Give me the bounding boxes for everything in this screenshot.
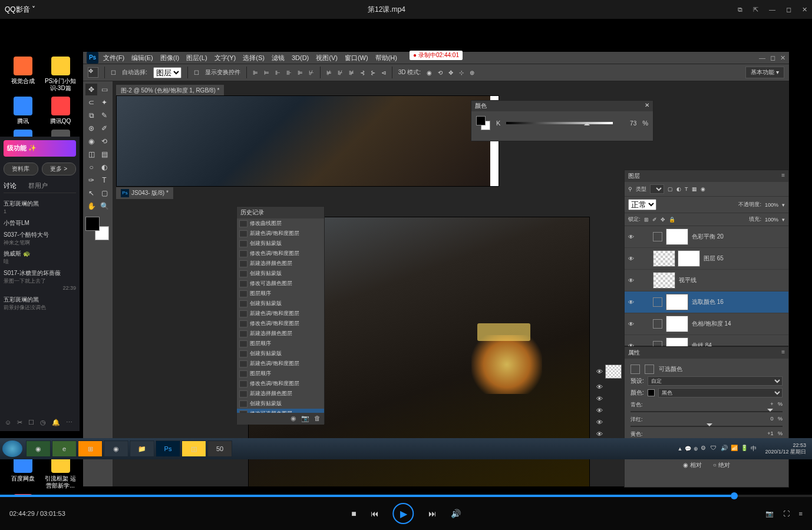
visibility-icon[interactable]: 👁 [596, 419, 603, 426]
distribute-icon[interactable]: ⊯ [349, 69, 354, 76]
ps-close-icon[interactable]: ✕ [780, 54, 785, 62]
k-slider[interactable] [506, 122, 613, 124]
taskbar-clock[interactable]: 22:53 2020/1/12 星期日 [761, 442, 810, 455]
history-item[interactable]: 新建选择颜色图层 [237, 259, 324, 269]
distribute-icon[interactable]: ⊰ [360, 69, 365, 76]
desktop-icon[interactable]: 视觉合成 [6, 57, 39, 85]
filter-icon[interactable]: T [685, 186, 688, 192]
canvas-image-1[interactable] [116, 95, 499, 187]
menu-filter[interactable]: 滤镜 [272, 54, 285, 62]
ps-minimize-icon[interactable]: — [759, 54, 765, 62]
blur-tool[interactable]: ○ [85, 161, 97, 173]
auto-select-dropdown[interactable]: 图层 [153, 67, 181, 78]
visibility-icon[interactable]: 👁 [628, 234, 636, 240]
menu-window[interactable]: 窗口(W) [345, 54, 368, 62]
hand-tool[interactable]: ✋ [85, 200, 97, 212]
properties-panel-menu-icon[interactable]: ≡ [781, 349, 785, 357]
visibility-icon[interactable]: 👁 [628, 299, 636, 306]
tab-members[interactable]: 群用户 [28, 181, 48, 190]
history-item[interactable]: 新建选择颜色图层 [237, 389, 324, 399]
align-icon[interactable]: ⊩ [275, 69, 280, 76]
desktop-icon[interactable]: 引流框架 运营部新学... [44, 454, 77, 489]
history-item[interactable]: 修改色调/饱和度图层 [237, 319, 324, 329]
absolute-radio[interactable]: ○ 绝对 [713, 462, 730, 468]
chat-item[interactable]: S037-个酷特大号神来之笔啊 [4, 229, 76, 249]
menu-view[interactable]: 视图(V) [316, 54, 338, 62]
document-tab-2[interactable]: PsJS043- 版/8) * [116, 187, 173, 199]
tray-icon[interactable]: 🔋 [741, 445, 749, 453]
minimize-icon[interactable]: — [769, 6, 775, 14]
layers-panel-menu-icon[interactable]: ≡ [781, 172, 785, 180]
workspace-dropdown[interactable]: 基本功能 ▾ [745, 67, 784, 78]
color-panel-close-icon[interactable]: ✕ [645, 102, 649, 110]
align-icon[interactable]: ⊫ [253, 69, 258, 76]
fullscreen-button[interactable]: ⛶ [783, 510, 790, 518]
volume-button[interactable]: 🔊 [451, 509, 461, 518]
menu-layer[interactable]: 图层(L) [186, 54, 207, 62]
opacity-value[interactable]: 100% [765, 202, 778, 208]
next-button[interactable]: ⏭ [428, 509, 437, 518]
color-dropdown[interactable]: 黑色 [658, 388, 783, 398]
move-tool-icon[interactable]: ✥ [88, 67, 98, 78]
show-transform-label[interactable]: 显示变换控件 [205, 68, 240, 77]
menu-edit[interactable]: 编辑(E) [131, 54, 153, 62]
visibility-icon[interactable]: 👁 [628, 321, 636, 327]
distribute-icon[interactable]: ⊮ [338, 69, 343, 76]
history-item[interactable]: 新建色调/饱和度图层 [237, 228, 324, 238]
clock-icon[interactable]: ◷ [40, 419, 46, 426]
taskbar-app[interactable]: 50 [207, 440, 232, 457]
history-item[interactable]: 修改色调/饱和度图层 [237, 249, 324, 259]
history-item[interactable]: 新建色调/饱和度图层 [237, 309, 324, 319]
library-button[interactable]: 资料库 [4, 163, 38, 175]
visibility-icon[interactable]: 👁 [596, 368, 603, 375]
pen-tool[interactable]: ✑ [85, 174, 97, 186]
chat-item[interactable]: 五彩斑斓的黑前景好像还没调色 [4, 294, 76, 313]
tray-icon[interactable]: ⚙ [701, 445, 709, 453]
tray-icon[interactable]: 🛡 [711, 445, 719, 453]
pip-icon[interactable]: ⧉ [738, 6, 742, 14]
taskbar-app[interactable]: ⊞ [78, 440, 103, 457]
visibility-icon[interactable]: 👁 [628, 256, 636, 262]
more-button[interactable]: 更多 > [42, 163, 77, 175]
history-item[interactable]: 创建剪贴蒙版 [237, 269, 324, 279]
visibility-icon[interactable]: 👁 [596, 430, 603, 438]
menu-file[interactable]: 文件(F) [103, 54, 124, 62]
history-list[interactable]: 修改曲线图层新建色调/饱和度图层创建剪贴蒙版修改色调/饱和度图层新建选择颜色图层… [237, 218, 324, 413]
desktop-icon[interactable]: 腾讯 [6, 97, 39, 125]
lock-icon[interactable]: ✐ [652, 217, 657, 223]
3d-icon[interactable]: ◉ [427, 69, 432, 76]
chat-item[interactable]: S017-冰糖里的坏蔷薇景图一下就上去了22:39 [4, 267, 76, 294]
filter-icon[interactable]: ◉ [701, 186, 705, 192]
prev-button[interactable]: ⏮ [371, 509, 379, 518]
menu-select[interactable]: 选择(S) [243, 54, 265, 62]
property-slider[interactable]: 洋红:0 % [631, 416, 783, 427]
path-tool[interactable]: ↖ [85, 187, 97, 199]
filter-icon[interactable]: ▦ [692, 186, 697, 192]
taskbar-app[interactable]: ◫ [181, 440, 206, 457]
calendar-icon[interactable]: ☐ [28, 419, 34, 426]
dodge-tool[interactable]: ◐ [98, 161, 110, 173]
side-banner[interactable]: 级功能 ✨ [4, 140, 76, 157]
tray-icon[interactable]: ⊕ [694, 446, 698, 452]
gradient-tool[interactable]: ▤ [98, 148, 110, 160]
color-swatch[interactable] [476, 116, 490, 130]
brush-tool[interactable]: ✐ [98, 122, 110, 134]
shape-tool[interactable]: ▢ [98, 187, 110, 199]
maximize-icon[interactable]: ◻ [786, 6, 791, 14]
align-icon[interactable]: ⊪ [286, 69, 292, 76]
history-item[interactable]: 修改可选颜色图层 [237, 409, 324, 413]
marquee-tool[interactable]: ▭ [98, 84, 110, 95]
distribute-icon[interactable]: ⊲ [381, 69, 386, 76]
history-item[interactable]: 修改曲线图层 [237, 218, 324, 228]
desktop-icon[interactable]: 腾讯QQ [44, 97, 77, 125]
history-item[interactable]: 修改色调/饱和度图层 [237, 379, 324, 389]
visibility-icon[interactable]: 👁 [596, 407, 603, 414]
lock-icon[interactable]: ⊞ [644, 217, 649, 223]
emoji-icon[interactable]: ☺ [5, 419, 11, 426]
lock-icon[interactable]: 🔒 [669, 217, 675, 223]
align-icon[interactable]: ⊫ [298, 69, 303, 76]
more-icon[interactable]: ⋯ [66, 419, 72, 426]
close-icon[interactable]: ✕ [802, 6, 807, 14]
relative-radio[interactable]: ◉ 相对 [683, 462, 702, 468]
chat-item[interactable]: 小曾哥LM [4, 217, 76, 229]
